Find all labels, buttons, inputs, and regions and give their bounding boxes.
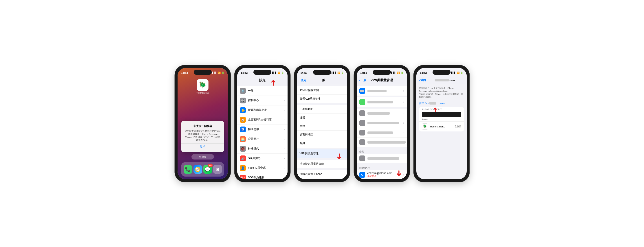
- settings-item-control[interactable]: 🎛️ 控制中心 ›: [237, 96, 288, 105]
- general-icon: ⚙️: [240, 88, 246, 94]
- phone-5-frame: 14:53 ▌▌▌ 🛜 🔋 ‹ 返回 ████████.com: [414, 65, 469, 182]
- red-arrow-developer: ➜: [394, 170, 404, 177]
- general-list: iPhone儲存空間 › 背景App重新整理 › 日期與時間 ›: [297, 84, 347, 179]
- settings-item-general[interactable]: ⚙️ 一般 ›: [237, 86, 288, 96]
- vpn-item-6[interactable]: ████████████████████████ ›: [357, 138, 407, 147]
- language-label: 語言與地區: [300, 133, 344, 137]
- settings-item-faceid[interactable]: 👤 Face ID與密碼 ›: [237, 163, 288, 173]
- vpn-item-3[interactable]: ██████████████ ›: [357, 109, 407, 118]
- transfer-chevron: ›: [344, 173, 344, 176]
- vpn-item-2[interactable]: ████████████████ ›: [357, 97, 407, 107]
- troll-icon-img: 🪲: [197, 79, 208, 91]
- time-1: 14:53: [181, 71, 188, 74]
- standby-icon: 📵: [240, 146, 246, 152]
- phone-dock-icon[interactable]: 📞: [184, 165, 192, 174]
- home-search-bar[interactable]: Q 搜尋: [192, 154, 214, 160]
- messages-dock-icon[interactable]: 💬 801: [203, 165, 212, 174]
- trust-content-area: 尚未在此iPhone上信任開發者「iPhone Developer: chzcp…: [416, 84, 467, 134]
- trust-app-row-troll[interactable]: 🪲 TrollInstallerX 已驗證: [419, 121, 464, 131]
- settings-item-sos[interactable]: SOS SOS緊急服務 ›: [237, 173, 288, 179]
- wallpaper-chevron: ›: [284, 138, 285, 141]
- settings-item-datetime[interactable]: 日期與時間 ›: [297, 105, 347, 114]
- signal-icon-1: ▌▌▌: [212, 72, 217, 74]
- wallpaper-icon: 🌅: [240, 136, 246, 142]
- wifi-icon-1: 📶: [218, 72, 221, 74]
- developer-app-header: 開發者APP: [357, 165, 407, 170]
- datetime-label: 日期與時間: [300, 107, 344, 111]
- dialog-divider: [181, 143, 224, 144]
- dynamic-island-4: [373, 70, 391, 75]
- settings-item-siri[interactable]: 🔊 Siri 與搜尋 ›: [237, 154, 288, 163]
- grid-dock-icon[interactable]: ⊞: [213, 165, 222, 174]
- time-2: 14:53: [241, 71, 248, 74]
- vpn-icon-2: [359, 99, 365, 105]
- settings-item-accessibility[interactable]: ♿ 輔助使用 ›: [237, 125, 288, 134]
- phone-2-frame: 14:53 ▌▌▌ 🛜 🔋 設定 ➜: [234, 65, 290, 182]
- settings-item-language[interactable]: 語言與地區 ›: [297, 131, 347, 139]
- messages-icon: 💬: [205, 167, 210, 172]
- signal-icon-2: ▌▌▌: [272, 72, 276, 74]
- settings-item-keyboard[interactable]: 鍵盤 ›: [297, 114, 347, 122]
- vpn-item-4[interactable]: ████████████████████ ›: [357, 118, 407, 128]
- transfer-label: 移轉或重置 iPhone: [300, 172, 344, 176]
- vpn-management-screen: 14:53 ▌▌▌ 🛜 🔋 ‹ 一般 VPN與裝置管理: [357, 68, 407, 179]
- vpn-enterprise-item[interactable]: ████████████████████ ›: [357, 154, 407, 163]
- dynamic-island-5: [432, 70, 450, 75]
- settings-nav-bar: 設定: [237, 76, 288, 84]
- vpn-chevron-1: ›: [403, 89, 404, 92]
- general-back-button[interactable]: ‹ 一般: [359, 78, 366, 82]
- siri-chevron: ›: [284, 157, 285, 160]
- troll-icon-label: TrollInstallerX: [196, 92, 209, 94]
- standby-chevron: ›: [284, 147, 285, 150]
- siri-icon: 🔊: [240, 156, 246, 161]
- display-chevron: ›: [284, 109, 285, 112]
- settings-item-wallpaper[interactable]: 🌅 背景圖片 ›: [237, 134, 288, 144]
- general-section-5: 移轉或重置 iPhone ›: [297, 170, 347, 179]
- status-icons-4: ▌▌▌ 🛜 🔋: [391, 72, 403, 74]
- settings-item-dictionary[interactable]: 辭典 ›: [297, 139, 347, 148]
- legal-chevron: ›: [344, 162, 344, 166]
- settings-back-button[interactable]: ‹ 設定: [300, 78, 306, 82]
- dialog-cancel-button[interactable]: 取消: [185, 145, 221, 149]
- dynamic-island-2: [254, 70, 272, 75]
- settings-item-legal[interactable]: 法律資訊與電信規範 ›: [297, 160, 347, 168]
- trust-verified-badge: 已驗證: [454, 125, 461, 128]
- homescreen-icon: 🏠: [240, 117, 246, 123]
- language-chevron: ›: [344, 133, 344, 136]
- troll-installer-icon[interactable]: 🪲 TrollInstallerX: [196, 79, 209, 94]
- battery-icon-5: 🔋: [460, 72, 463, 74]
- settings-item-bgrefresh[interactable]: 背景App重新整理 ›: [297, 95, 347, 103]
- settings-main-list: ⚙️ 一般 › 🎛️ 控制中心 › ☀️ 螢幕顯示與亮度 ›: [237, 84, 288, 179]
- trust-link-button[interactable]: 信任「ch████d.com」: [419, 102, 464, 105]
- settings-item-storage[interactable]: iPhone儲存空間 ›: [297, 86, 347, 95]
- settings-item-homescreen[interactable]: 🏠 主畫面與App資料庫 ›: [237, 115, 288, 125]
- wifi-icon-2: 🛜: [278, 72, 280, 74]
- red-arrow-vpn: ➜: [335, 153, 344, 160]
- safari-icon: 🧭: [195, 167, 200, 172]
- back-chevron-vpn: ‹: [359, 78, 360, 82]
- trust-developer-screen: 14:53 ▌▌▌ 🛜 🔋 ‹ 返回 ████████.com: [416, 68, 467, 179]
- phone-1-screen: 14:53 ▌▌▌ 📶 🔋 🪲 TrollInstallerX 未受信任開發者 …: [178, 68, 228, 179]
- back-chevron: ‹: [300, 78, 301, 82]
- vpn-item-1[interactable]: ████████████ ›: [357, 86, 407, 96]
- settings-item-transfer[interactable]: 移轉或重置 iPhone ›: [297, 170, 347, 179]
- settings-item-fonts[interactable]: 字體 ›: [297, 122, 347, 131]
- vpn-item-5[interactable]: ████████████████ ›: [357, 128, 407, 138]
- vpn-chevron-2: ›: [403, 100, 404, 104]
- settings-item-standby[interactable]: 📵 待機模式 ›: [237, 144, 288, 154]
- settings-item-display[interactable]: ☀️ 螢幕顯示與亮度 ›: [237, 105, 288, 115]
- battery-icon-2: 🔋: [281, 72, 284, 74]
- settings-main-screen: 14:53 ▌▌▌ 🛜 🔋 設定 ➜: [237, 68, 288, 179]
- phone-3-screen: 14:53 ▌▌▌ 🛜 🔋 ‹ 設定 一般: [297, 68, 347, 179]
- vpn-chevron-6: ›: [406, 141, 406, 144]
- safari-dock-icon[interactable]: 🧭: [194, 165, 202, 174]
- time-4: 14:53: [360, 71, 367, 74]
- vpn-icon-6: [359, 139, 365, 145]
- time-3: 14:53: [300, 71, 308, 74]
- trust-back-label: 返回: [420, 78, 426, 82]
- dictionary-chevron: ›: [344, 142, 344, 145]
- keyboard-label: 鍵盤: [300, 116, 344, 120]
- red-arrow-settings: ➜: [268, 79, 278, 86]
- grid-icon: ⊞: [216, 167, 219, 172]
- trust-back-button[interactable]: ‹ 返回: [419, 78, 426, 82]
